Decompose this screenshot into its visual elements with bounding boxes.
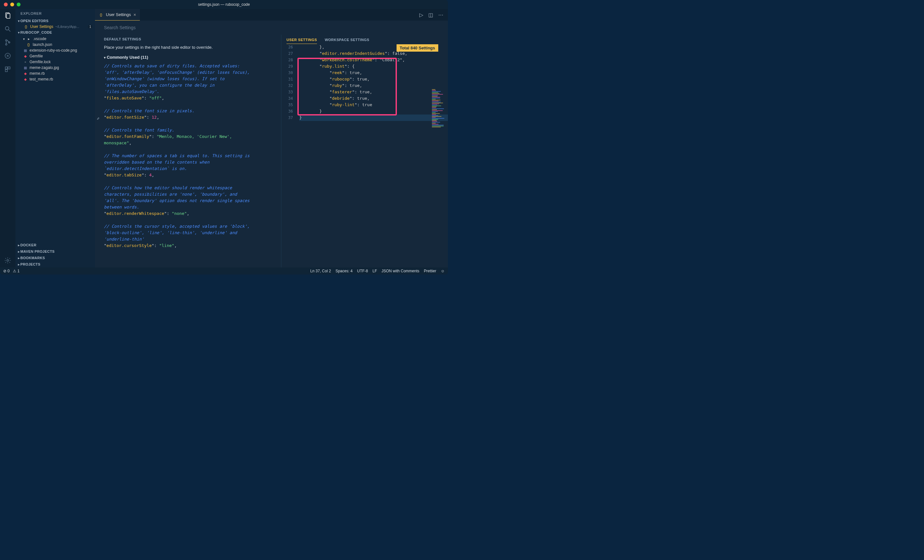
chevron-down-icon: ▾ bbox=[18, 19, 20, 23]
status-item[interactable]: Prettier bbox=[424, 269, 436, 273]
sidebar-section[interactable]: ▸ BOOKMARKS bbox=[15, 255, 95, 261]
svg-rect-8 bbox=[6, 67, 8, 69]
minimap[interactable] bbox=[432, 89, 447, 124]
search-icon[interactable] bbox=[4, 25, 12, 33]
chevron-right-icon: ▸ bbox=[18, 256, 20, 260]
tab-bar: {} User Settings × ▷ ◫ ⋯ bbox=[95, 9, 448, 21]
search-settings-input[interactable] bbox=[104, 23, 271, 32]
json-icon: {} bbox=[24, 24, 28, 29]
file-icon: ▦ bbox=[23, 66, 28, 70]
sidebar-section[interactable]: ▸ DOCKER bbox=[15, 242, 95, 248]
file-icon: ◆ bbox=[23, 77, 28, 81]
svg-point-2 bbox=[6, 27, 9, 30]
chevron-right-icon: ▸ bbox=[18, 243, 20, 247]
file-tree-item[interactable]: ▦extension-ruby-vs-code.png bbox=[15, 48, 95, 53]
chevron-right-icon: ▸ bbox=[18, 250, 20, 253]
file-tree-item[interactable]: ◆Gemfile bbox=[15, 53, 95, 59]
debug-icon[interactable] bbox=[4, 52, 12, 60]
file-icon: ◆ bbox=[23, 54, 28, 58]
status-item[interactable]: JSON with Comments bbox=[381, 269, 419, 273]
more-icon[interactable]: ⋯ bbox=[438, 12, 443, 18]
explorer-header: EXPLORER bbox=[15, 9, 95, 18]
status-item[interactable]: Ln 37, Col 2 bbox=[310, 269, 331, 273]
status-bar: ⊘ 0⚠ 1 Ln 37, Col 2Spaces: 4UTF-8LFJSON … bbox=[0, 268, 448, 274]
dirty-badge: 1 bbox=[88, 25, 92, 28]
window-title: settings.json — rubocop_code bbox=[198, 2, 250, 7]
tab-workspace-settings[interactable]: WORKSPACE SETTINGS bbox=[325, 36, 369, 44]
tab-user-settings-sub[interactable]: USER SETTINGS bbox=[286, 36, 317, 44]
explorer-sidebar: EXPLORER ▾OPEN EDITORS {} User Settings … bbox=[15, 9, 95, 268]
run-icon[interactable]: ▷ bbox=[419, 12, 423, 18]
status-item[interactable]: UTF-8 bbox=[357, 269, 368, 273]
svg-point-4 bbox=[6, 39, 7, 41]
sidebar-section[interactable]: ▸ PROJECTS bbox=[15, 261, 95, 268]
status-item[interactable]: ☺ bbox=[441, 269, 445, 273]
file-tree-item[interactable]: ◆meme.rb bbox=[15, 70, 95, 76]
svg-point-5 bbox=[6, 43, 7, 45]
file-tree-item[interactable]: ▫Gemfile.lock bbox=[15, 59, 95, 65]
chevron-down-icon: ▾ bbox=[23, 37, 25, 41]
close-tab-icon[interactable]: × bbox=[134, 12, 136, 17]
split-editor-icon[interactable]: ◫ bbox=[428, 12, 433, 18]
titlebar: settings.json — rubocop_code bbox=[0, 0, 448, 9]
edit-pencil-icon[interactable]: ✎ bbox=[97, 115, 99, 122]
file-icon: ◆ bbox=[23, 71, 28, 76]
file-icon: ▦ bbox=[23, 48, 28, 52]
status-item[interactable]: Spaces: 4 bbox=[336, 269, 352, 273]
explorer-icon[interactable] bbox=[4, 12, 12, 19]
maximize-window-button[interactable] bbox=[16, 3, 21, 6]
status-item[interactable]: ⊘ 0 bbox=[3, 269, 10, 273]
minimize-window-button[interactable] bbox=[10, 3, 14, 6]
svg-line-3 bbox=[9, 30, 10, 32]
file-tree-item[interactable]: ▾▸.vscode bbox=[15, 36, 95, 42]
svg-rect-10 bbox=[6, 70, 8, 72]
status-item[interactable]: ⚠ 1 bbox=[13, 269, 20, 273]
chevron-right-icon: ▸ bbox=[18, 263, 20, 266]
svg-point-11 bbox=[7, 259, 9, 261]
close-window-button[interactable] bbox=[4, 3, 8, 6]
file-icon: ▫ bbox=[23, 60, 28, 64]
svg-rect-1 bbox=[6, 14, 10, 19]
tab-user-settings[interactable]: {} User Settings × bbox=[95, 9, 140, 21]
sidebar-bottom-sections: ▸ DOCKER▸ MAVEN PROJECTS▸ BOOKMARKS▸ PRO… bbox=[15, 242, 95, 268]
svg-rect-9 bbox=[8, 67, 10, 69]
default-settings-pane: DEFAULT SETTINGS Place your settings in … bbox=[95, 34, 281, 268]
open-editor-item[interactable]: {} User Settings ~/Library/App... 1 bbox=[15, 24, 95, 30]
file-tree-item[interactable]: ◆test_meme.rb bbox=[15, 76, 95, 82]
extensions-icon[interactable] bbox=[4, 66, 12, 73]
default-settings-subtitle: Place your settings in the right hand si… bbox=[95, 43, 281, 53]
activity-bar bbox=[0, 9, 15, 268]
user-settings-pane: USER SETTINGS WORKSPACE SETTINGS 2627282… bbox=[281, 34, 448, 268]
project-section[interactable]: ▾RUBOCOP_CODE bbox=[15, 30, 95, 35]
open-editors-section[interactable]: ▾OPEN EDITORS bbox=[15, 18, 95, 24]
file-tree: ▾▸.vscode{}launch.json▦extension-ruby-vs… bbox=[15, 35, 95, 83]
file-tree-item[interactable]: {}launch.json bbox=[15, 42, 95, 48]
file-tree-item[interactable]: ▦meme-zagalo.jpg bbox=[15, 65, 95, 70]
json-icon: {} bbox=[99, 12, 103, 17]
status-item[interactable]: LF bbox=[372, 269, 377, 273]
settings-gear-icon[interactable] bbox=[4, 257, 12, 264]
commonly-used-header[interactable]: ▾ Commonly Used (11) bbox=[95, 53, 281, 61]
default-settings-code[interactable]: ✎ // Controls auto save of dirty files. … bbox=[95, 61, 281, 268]
file-icon: ▸ bbox=[27, 37, 31, 41]
user-settings-code[interactable]: 262728293031323334353637 }, "editor.rend… bbox=[281, 44, 448, 268]
sidebar-section[interactable]: ▸ MAVEN PROJECTS bbox=[15, 248, 95, 255]
scm-icon[interactable] bbox=[4, 39, 12, 46]
chevron-down-icon: ▾ bbox=[104, 56, 105, 59]
file-icon: {} bbox=[26, 42, 31, 47]
chevron-down-icon: ▾ bbox=[18, 31, 20, 34]
default-settings-header: DEFAULT SETTINGS bbox=[95, 34, 281, 43]
